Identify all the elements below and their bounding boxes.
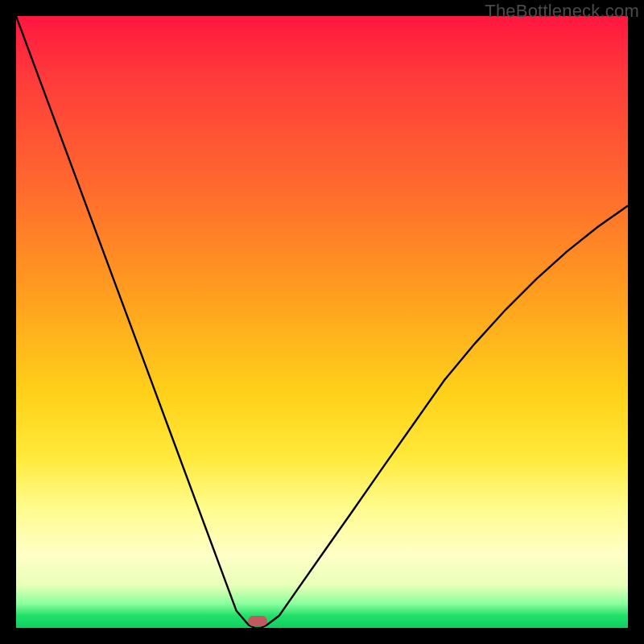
curve-svg <box>16 16 628 628</box>
bottleneck-curve <box>16 16 628 628</box>
plot-area <box>16 16 628 628</box>
optimum-marker <box>248 616 267 626</box>
watermark-text: TheBottleneck.com <box>485 1 639 22</box>
chart-frame: TheBottleneck.com <box>0 0 644 644</box>
